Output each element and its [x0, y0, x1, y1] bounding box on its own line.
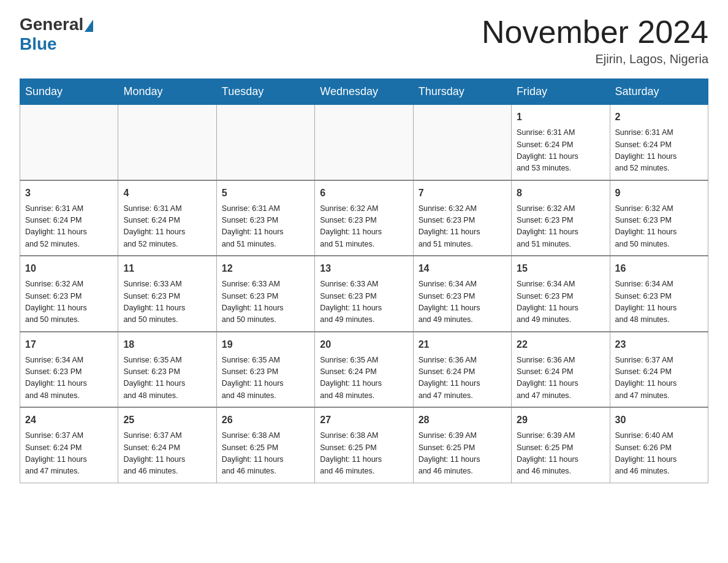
day-number: 30	[615, 413, 703, 427]
day-number: 28	[419, 413, 506, 427]
calendar-cell: 6Sunrise: 6:32 AMSunset: 6:23 PMDaylight…	[315, 180, 413, 256]
day-info: Sunrise: 6:31 AMSunset: 6:24 PMDaylight:…	[123, 203, 211, 251]
weekday-header-saturday: Saturday	[610, 79, 708, 105]
day-info: Sunrise: 6:36 AMSunset: 6:24 PMDaylight:…	[517, 354, 604, 402]
day-info: Sunrise: 6:32 AMSunset: 6:23 PMDaylight:…	[419, 203, 506, 251]
day-number: 13	[320, 261, 408, 276]
calendar-cell: 3Sunrise: 6:31 AMSunset: 6:24 PMDaylight…	[20, 180, 118, 256]
calendar-cell: 5Sunrise: 6:31 AMSunset: 6:23 PMDaylight…	[216, 180, 314, 256]
calendar-cell: 29Sunrise: 6:39 AMSunset: 6:25 PMDayligh…	[512, 407, 610, 483]
day-number: 15	[517, 261, 604, 276]
calendar-cell: 21Sunrise: 6:36 AMSunset: 6:24 PMDayligh…	[413, 332, 511, 408]
day-info: Sunrise: 6:33 AMSunset: 6:23 PMDaylight:…	[222, 278, 309, 326]
logo-blue-text: Blue	[20, 34, 57, 54]
weekday-header-monday: Monday	[118, 79, 216, 105]
day-number: 29	[517, 413, 604, 427]
day-info: Sunrise: 6:35 AMSunset: 6:23 PMDaylight:…	[222, 354, 309, 402]
day-number: 6	[320, 186, 408, 201]
month-title: November 2024	[482, 15, 708, 50]
day-info: Sunrise: 6:34 AMSunset: 6:23 PMDaylight:…	[615, 278, 703, 326]
day-number: 22	[517, 337, 604, 352]
calendar-cell: 2Sunrise: 6:31 AMSunset: 6:24 PMDaylight…	[610, 105, 708, 180]
day-number: 9	[615, 186, 703, 201]
day-number: 19	[222, 337, 309, 352]
day-info: Sunrise: 6:32 AMSunset: 6:23 PMDaylight:…	[517, 203, 604, 251]
day-info: Sunrise: 6:40 AMSunset: 6:26 PMDaylight:…	[615, 430, 703, 478]
week-row-2: 3Sunrise: 6:31 AMSunset: 6:24 PMDaylight…	[20, 180, 708, 256]
day-number: 16	[615, 261, 703, 276]
calendar-cell: 10Sunrise: 6:32 AMSunset: 6:23 PMDayligh…	[20, 256, 118, 332]
calendar-cell: 28Sunrise: 6:39 AMSunset: 6:25 PMDayligh…	[413, 407, 511, 483]
day-number: 10	[25, 261, 113, 276]
day-number: 23	[615, 337, 703, 352]
day-info: Sunrise: 6:38 AMSunset: 6:25 PMDaylight:…	[222, 430, 309, 478]
calendar-cell: 13Sunrise: 6:33 AMSunset: 6:23 PMDayligh…	[315, 256, 413, 332]
day-info: Sunrise: 6:35 AMSunset: 6:24 PMDaylight:…	[320, 354, 408, 402]
day-info: Sunrise: 6:37 AMSunset: 6:24 PMDaylight:…	[615, 354, 703, 402]
calendar-cell: 11Sunrise: 6:33 AMSunset: 6:23 PMDayligh…	[118, 256, 216, 332]
day-info: Sunrise: 6:31 AMSunset: 6:24 PMDaylight:…	[615, 127, 703, 175]
weekday-header-thursday: Thursday	[413, 79, 511, 105]
day-number: 11	[123, 261, 211, 276]
day-info: Sunrise: 6:37 AMSunset: 6:24 PMDaylight:…	[123, 430, 211, 478]
day-number: 5	[222, 186, 309, 201]
day-info: Sunrise: 6:39 AMSunset: 6:25 PMDaylight:…	[517, 430, 604, 478]
day-number: 26	[222, 413, 309, 427]
day-info: Sunrise: 6:31 AMSunset: 6:24 PMDaylight:…	[517, 127, 604, 175]
calendar-cell: 20Sunrise: 6:35 AMSunset: 6:24 PMDayligh…	[315, 332, 413, 408]
calendar-cell: 14Sunrise: 6:34 AMSunset: 6:23 PMDayligh…	[413, 256, 511, 332]
logo-general-text: General	[20, 15, 83, 34]
day-number: 14	[419, 261, 506, 276]
weekday-header-wednesday: Wednesday	[315, 79, 413, 105]
calendar-cell: 25Sunrise: 6:37 AMSunset: 6:24 PMDayligh…	[118, 407, 216, 483]
day-info: Sunrise: 6:35 AMSunset: 6:23 PMDaylight:…	[123, 354, 211, 402]
calendar-cell	[118, 105, 216, 180]
day-number: 27	[320, 413, 408, 427]
day-number: 7	[419, 186, 506, 201]
day-number: 18	[123, 337, 211, 352]
calendar-cell: 30Sunrise: 6:40 AMSunset: 6:26 PMDayligh…	[610, 407, 708, 483]
calendar-cell	[413, 105, 511, 180]
title-block: November 2024 Ejirin, Lagos, Nigeria	[482, 15, 708, 66]
day-number: 4	[123, 186, 211, 201]
logo-triangle-icon	[85, 20, 93, 32]
day-number: 2	[615, 110, 703, 124]
day-number: 25	[123, 413, 211, 427]
calendar-cell	[315, 105, 413, 180]
calendar-cell: 7Sunrise: 6:32 AMSunset: 6:23 PMDaylight…	[413, 180, 511, 256]
day-number: 8	[517, 186, 604, 201]
day-info: Sunrise: 6:32 AMSunset: 6:23 PMDaylight:…	[320, 203, 408, 251]
calendar-table: SundayMondayTuesdayWednesdayThursdayFrid…	[20, 79, 708, 483]
day-number: 17	[25, 337, 113, 352]
weekday-header-sunday: Sunday	[20, 79, 118, 105]
calendar-cell: 16Sunrise: 6:34 AMSunset: 6:23 PMDayligh…	[610, 256, 708, 332]
day-info: Sunrise: 6:31 AMSunset: 6:24 PMDaylight:…	[25, 203, 113, 251]
day-info: Sunrise: 6:37 AMSunset: 6:24 PMDaylight:…	[25, 430, 113, 478]
day-number: 3	[25, 186, 113, 201]
day-number: 21	[419, 337, 506, 352]
page-header: General Blue November 2024 Ejirin, Lagos…	[20, 15, 708, 66]
calendar-cell: 22Sunrise: 6:36 AMSunset: 6:24 PMDayligh…	[512, 332, 610, 408]
week-row-4: 17Sunrise: 6:34 AMSunset: 6:23 PMDayligh…	[20, 332, 708, 408]
calendar-cell: 27Sunrise: 6:38 AMSunset: 6:25 PMDayligh…	[315, 407, 413, 483]
calendar-cell	[20, 105, 118, 180]
day-info: Sunrise: 6:34 AMSunset: 6:23 PMDaylight:…	[25, 354, 113, 402]
day-info: Sunrise: 6:31 AMSunset: 6:23 PMDaylight:…	[222, 203, 309, 251]
calendar-cell: 4Sunrise: 6:31 AMSunset: 6:24 PMDaylight…	[118, 180, 216, 256]
weekday-header-tuesday: Tuesday	[216, 79, 314, 105]
weekday-header-row: SundayMondayTuesdayWednesdayThursdayFrid…	[20, 79, 708, 105]
day-number: 24	[25, 413, 113, 427]
day-info: Sunrise: 6:33 AMSunset: 6:23 PMDaylight:…	[320, 278, 408, 326]
calendar-cell: 26Sunrise: 6:38 AMSunset: 6:25 PMDayligh…	[216, 407, 314, 483]
day-info: Sunrise: 6:36 AMSunset: 6:24 PMDaylight:…	[419, 354, 506, 402]
week-row-1: 1Sunrise: 6:31 AMSunset: 6:24 PMDaylight…	[20, 105, 708, 180]
calendar-cell: 9Sunrise: 6:32 AMSunset: 6:23 PMDaylight…	[610, 180, 708, 256]
calendar-cell: 19Sunrise: 6:35 AMSunset: 6:23 PMDayligh…	[216, 332, 314, 408]
day-info: Sunrise: 6:34 AMSunset: 6:23 PMDaylight:…	[517, 278, 604, 326]
day-info: Sunrise: 6:34 AMSunset: 6:23 PMDaylight:…	[419, 278, 506, 326]
week-row-5: 24Sunrise: 6:37 AMSunset: 6:24 PMDayligh…	[20, 407, 708, 483]
calendar-cell	[216, 105, 314, 180]
calendar-cell: 18Sunrise: 6:35 AMSunset: 6:23 PMDayligh…	[118, 332, 216, 408]
day-info: Sunrise: 6:32 AMSunset: 6:23 PMDaylight:…	[25, 278, 113, 326]
calendar-cell: 23Sunrise: 6:37 AMSunset: 6:24 PMDayligh…	[610, 332, 708, 408]
